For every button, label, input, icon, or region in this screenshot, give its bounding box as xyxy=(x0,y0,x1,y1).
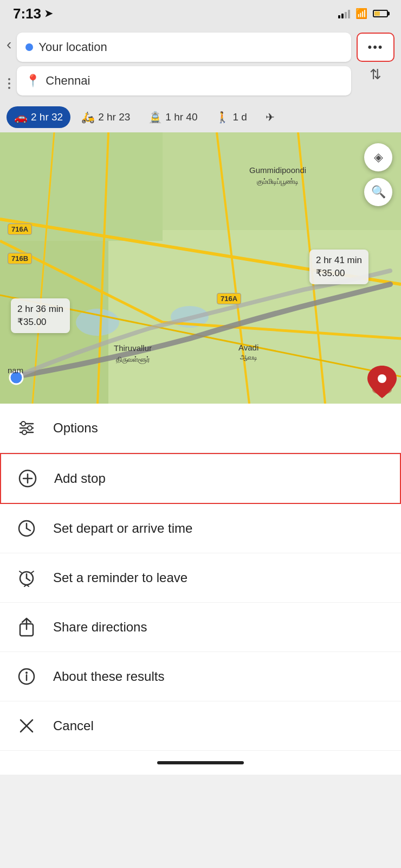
svg-line-10 xyxy=(217,132,249,404)
home-bar xyxy=(157,761,244,764)
share-icon xyxy=(15,616,38,639)
svg-point-40 xyxy=(25,672,28,674)
search-map-icon: 🔍 xyxy=(371,185,386,199)
signal-icon xyxy=(338,9,350,18)
about-label: About these results xyxy=(53,669,164,684)
search-fields: Your location 📍 Chennai xyxy=(17,33,351,95)
status-bar: 7:13 ➤ 📶 xyxy=(0,0,401,27)
wifi-icon: 📶 xyxy=(355,8,367,20)
tab-transit[interactable]: 🚊 1 hr 40 xyxy=(141,106,205,128)
header-left: ‹ xyxy=(7,33,11,95)
road-badge-716a-top: 716A xyxy=(8,224,32,235)
destination-field[interactable]: 📍 Chennai xyxy=(17,66,351,95)
cancel-icon xyxy=(15,714,38,737)
cancel-label: Cancel xyxy=(53,718,94,733)
origin-field[interactable]: Your location xyxy=(17,33,351,62)
swap-icon: ⇅ xyxy=(370,66,381,83)
back-button[interactable]: ‹ xyxy=(7,37,11,52)
motorbike-icon: 🛵 xyxy=(81,111,95,124)
walk-icon: 🚶 xyxy=(216,111,229,124)
alarm-icon xyxy=(15,566,38,589)
battery-icon xyxy=(373,10,388,17)
bike-duration: 2 hr 23 xyxy=(98,111,130,123)
header-area: ‹ Your location 📍 Chennai ••• ⇅ xyxy=(0,27,401,102)
route-label-1: 2 hr 36 min₹35.00 xyxy=(11,298,70,333)
svg-point-4 xyxy=(76,309,119,336)
svg-point-22 xyxy=(22,430,27,435)
tab-flight[interactable]: ✈ xyxy=(258,106,282,128)
transit-duration: 1 hr 40 xyxy=(165,111,197,123)
origin-dot-icon xyxy=(25,43,33,51)
share-label: Share directions xyxy=(53,620,147,635)
layers-button[interactable]: ◈ xyxy=(364,143,392,171)
set-time-label: Set depart or arrive time xyxy=(53,521,192,536)
bottom-menu: Options Add stop Set depart or arrive ti… xyxy=(0,404,401,751)
more-dots-icon: ••• xyxy=(367,40,383,54)
swap-button[interactable]: ⇅ xyxy=(365,66,386,83)
info-icon xyxy=(15,665,38,688)
clock-icon xyxy=(15,517,38,540)
options-item[interactable]: Options xyxy=(0,404,401,453)
status-icons: 📶 xyxy=(338,8,388,20)
destination-text[interactable]: Chennai xyxy=(46,74,342,88)
tab-walk[interactable]: 🚶 1 d xyxy=(208,106,254,128)
road-badge-716b: 716B xyxy=(8,253,32,264)
time-display: 7:13 xyxy=(13,5,41,22)
svg-line-31 xyxy=(27,578,30,580)
home-indicator xyxy=(0,751,401,775)
add-stop-item[interactable]: Add stop xyxy=(0,453,401,504)
map-label-avadi: Avadiஆவடி xyxy=(238,343,258,362)
reminder-item[interactable]: Set a reminder to leave xyxy=(0,553,401,603)
walk-duration: 1 d xyxy=(232,111,247,123)
road-badge-716a-mid: 716A xyxy=(217,293,241,304)
svg-line-9 xyxy=(98,132,108,404)
svg-line-28 xyxy=(27,528,30,531)
svg-point-21 xyxy=(28,426,32,430)
svg-point-5 xyxy=(171,306,209,328)
svg-point-16 xyxy=(378,374,386,383)
more-options-button[interactable]: ••• xyxy=(357,33,394,62)
svg-line-33 xyxy=(31,571,34,573)
add-stop-label: Add stop xyxy=(54,471,106,486)
route-label-2: 2 hr 41 min₹35.00 xyxy=(309,250,368,284)
tab-motorbike[interactable]: 🛵 2 hr 23 xyxy=(74,106,138,128)
destination-pin-icon: 📍 xyxy=(25,75,40,87)
flight-icon: ✈ xyxy=(266,111,275,124)
status-time: 7:13 ➤ xyxy=(13,5,53,22)
add-stop-icon xyxy=(16,467,39,490)
options-label: Options xyxy=(53,420,98,436)
layers-icon: ◈ xyxy=(374,150,383,164)
map-area: Gummidipoondiகும்மிடிப்பூண்டி Thiruvallu… xyxy=(0,132,401,404)
map-label-nam: nam xyxy=(8,366,23,375)
route-dots xyxy=(8,76,10,91)
svg-point-15 xyxy=(372,386,392,394)
transport-tabs: 🚗 2 hr 32 🛵 2 hr 23 🚊 1 hr 40 🚶 1 d ✈ xyxy=(0,102,401,132)
svg-line-8 xyxy=(163,322,401,339)
svg-line-13 xyxy=(33,132,54,404)
map-label-thiruvallur: Thiruvallurதிருவள்ளூர் xyxy=(114,343,152,364)
cancel-item[interactable]: Cancel xyxy=(0,701,401,751)
transit-icon: 🚊 xyxy=(148,111,162,124)
set-time-item[interactable]: Set depart or arrive time xyxy=(0,504,401,553)
map-label-gummidipoondi: Gummidipoondiகும்மிடிப்பூண்டி xyxy=(249,165,306,186)
car-duration: 2 hr 32 xyxy=(31,111,63,123)
options-icon xyxy=(15,417,38,439)
nav-arrow-icon: ➤ xyxy=(44,8,53,20)
tab-car[interactable]: 🚗 2 hr 32 xyxy=(7,106,70,128)
svg-point-20 xyxy=(21,422,25,426)
about-item[interactable]: About these results xyxy=(0,652,401,701)
svg-line-32 xyxy=(20,571,22,573)
origin-text[interactable]: Your location xyxy=(38,40,342,54)
share-item[interactable]: Share directions xyxy=(0,603,401,652)
reminder-label: Set a reminder to leave xyxy=(53,570,187,585)
car-icon: 🚗 xyxy=(14,111,28,124)
search-map-button[interactable]: 🔍 xyxy=(364,178,392,206)
